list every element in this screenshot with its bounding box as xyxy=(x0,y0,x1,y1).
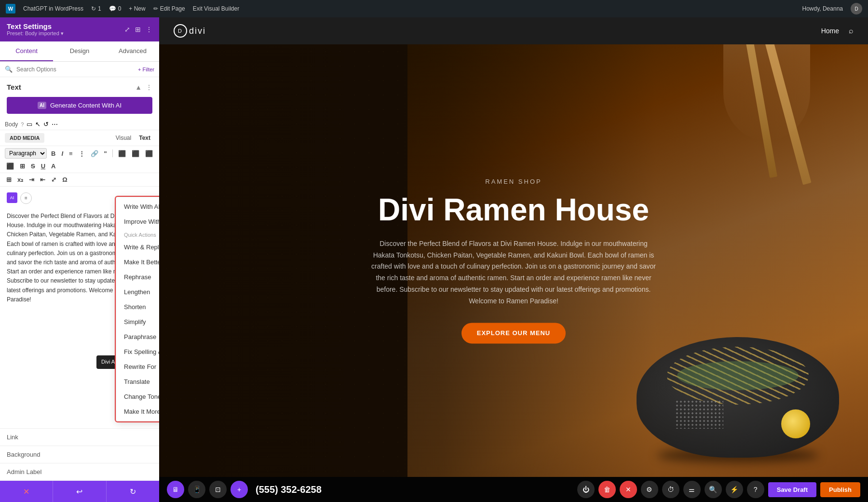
ai-dropdown-menu: Write With AI Improve With AI Quick Acti… xyxy=(116,197,159,421)
blockquote-btn[interactable]: " xyxy=(103,149,108,158)
fullscreen-btn[interactable]: ⤢ xyxy=(50,175,58,184)
help-btn[interactable]: ? xyxy=(747,481,764,498)
nav-home[interactable]: Home xyxy=(821,27,839,35)
mobile-view-btn[interactable]: ⊡ xyxy=(209,481,227,498)
more-options-icon[interactable]: ⋮ xyxy=(146,26,152,33)
refresh-icon[interactable]: ↻ 1 xyxy=(91,5,101,12)
delete-btn[interactable]: 🗑 xyxy=(598,481,616,498)
align-left-btn[interactable]: ⬛ xyxy=(117,149,127,158)
dropdown-simplify[interactable]: Simplify xyxy=(116,314,159,329)
phone-number: (555) 352-6258 xyxy=(256,484,322,495)
sidebar-tabs: Content Design Advanced xyxy=(0,41,159,62)
ol-btn[interactable]: ⋮ xyxy=(77,149,86,158)
dropdown-lengthen[interactable]: Lengthen xyxy=(116,285,159,299)
link-btn[interactable]: 🔗 xyxy=(89,149,100,158)
redo-btn[interactable]: ↻ xyxy=(107,481,159,502)
omega-btn[interactable]: Ω xyxy=(61,175,68,184)
dropdown-change-tone[interactable]: Change Tone › xyxy=(116,389,159,404)
bold-btn[interactable]: B xyxy=(50,149,57,158)
dropdown-quick-actions-header: Quick Actions xyxy=(116,229,159,240)
undo-btn[interactable]: ↩ xyxy=(53,481,106,502)
dropdown-write-with-ai[interactable]: Write With AI xyxy=(116,199,159,214)
cursor-icon[interactable]: ↖ xyxy=(35,121,41,128)
tab-design[interactable]: Design xyxy=(53,41,106,61)
history-btn[interactable]: ⏱ xyxy=(662,481,679,498)
align-right-btn[interactable]: ⬛ xyxy=(144,149,154,158)
power-btn[interactable]: ⏻ xyxy=(577,481,595,498)
settings-btn[interactable]: ⚙ xyxy=(641,481,658,498)
generate-content-btn[interactable]: AI Generate Content With AI xyxy=(7,97,152,114)
search-icon[interactable]: ⌕ xyxy=(849,27,854,35)
tab-advanced[interactable]: Advanced xyxy=(106,41,159,61)
ul-btn[interactable]: ≡ xyxy=(68,149,74,158)
special-chars-btn[interactable]: ⊞ xyxy=(5,175,13,184)
ai-builder-btn[interactable]: ⚡ xyxy=(726,481,743,498)
more-icon[interactable]: ⋯ xyxy=(52,121,58,128)
dropdown-write-replace[interactable]: Write & Replace xyxy=(116,240,159,255)
dropdown-fix-spelling[interactable]: Fix Spelling & Grammar xyxy=(116,344,159,359)
user-avatar[interactable]: D xyxy=(851,3,862,14)
cancel-icon: ✕ xyxy=(23,487,29,496)
outdent-btn[interactable]: ⇤ xyxy=(39,175,47,184)
dropdown-paraphrase[interactable]: Paraphrase xyxy=(116,329,159,344)
columns-icon[interactable]: ⊞ xyxy=(135,26,141,33)
subscript-btn[interactable]: x₂ xyxy=(16,175,25,184)
close-section-btn[interactable]: ✕ xyxy=(620,481,637,498)
search-bar: 🔍 + Filter xyxy=(0,62,159,77)
hero-cta-btn[interactable]: EXPLORE OUR MENU xyxy=(461,323,566,343)
save-draft-btn[interactable]: Save Draft xyxy=(768,482,816,497)
new-post-btn[interactable]: + New xyxy=(129,5,145,12)
divi-nav: Home ⌕ xyxy=(821,27,854,35)
filter-button[interactable]: + Filter xyxy=(138,67,154,72)
ai-icon-btn-2[interactable]: ≡ xyxy=(20,192,32,204)
wp-logo-link[interactable]: W xyxy=(6,4,15,14)
text-section-header: Text ▲ ⋮ xyxy=(0,77,159,95)
paragraph-select[interactable]: Paragraph xyxy=(5,148,47,159)
table-btn[interactable]: ⊞ xyxy=(18,162,27,171)
chatgpt-menu-item[interactable]: ChatGPT in WordPress xyxy=(23,5,83,12)
edit-page-btn[interactable]: ✏ Edit Page xyxy=(153,5,185,12)
align-justify-btn[interactable]: ⬛ xyxy=(5,162,15,171)
exit-visual-builder-btn[interactable]: Exit Visual Builder xyxy=(193,5,240,12)
undo-icon[interactable]: ↺ xyxy=(43,121,49,128)
publish-btn[interactable]: Publish xyxy=(820,482,860,497)
italic-btn[interactable]: I xyxy=(60,149,65,158)
dropdown-make-it-better[interactable]: Make It Better xyxy=(116,255,159,270)
underline-btn[interactable]: U xyxy=(40,162,47,171)
admin-label-section: Admin Label xyxy=(0,463,159,481)
tab-content[interactable]: Content xyxy=(0,41,53,61)
power-icon: ⏻ xyxy=(583,486,589,493)
dropdown-shorten[interactable]: Shorten xyxy=(116,299,159,314)
zoom-btn[interactable]: 🔍 xyxy=(705,481,722,498)
help-icon[interactable]: ? xyxy=(21,122,24,127)
builder-right-btns: ⏻ 🗑 ✕ ⚙ ⏱ ⚌ 🔍 xyxy=(577,481,860,498)
divi-header: D divi Home ⌕ xyxy=(159,17,868,44)
color-btn[interactable]: A xyxy=(50,162,57,171)
tablet-view-btn[interactable]: 📱 xyxy=(188,481,205,498)
text-tab[interactable]: Text xyxy=(135,133,154,143)
add-section-btn[interactable]: + xyxy=(231,481,248,498)
dropdown-improve-with-ai[interactable]: Improve With AI xyxy=(116,214,159,229)
add-media-btn[interactable]: ADD MEDIA xyxy=(5,133,44,143)
section-menu-icon[interactable]: ⋮ xyxy=(146,83,152,91)
text-format-icon[interactable]: ▭ xyxy=(27,121,32,128)
ai-icon-btn-1[interactable]: AI xyxy=(7,192,17,203)
sidebar-preset: Preset: Body imported ▾ xyxy=(7,30,64,37)
strikethrough-btn[interactable]: S xyxy=(29,162,37,171)
desktop-view-btn[interactable]: 🖥 xyxy=(167,481,184,498)
body-toolbar: Body ? ▭ ↖ ↺ ⋯ xyxy=(0,119,159,130)
collapse-icon[interactable]: ▲ xyxy=(135,83,142,91)
layout-btn[interactable]: ⚌ xyxy=(683,481,701,498)
maximize-icon[interactable]: ⤢ xyxy=(124,26,130,33)
align-center-btn[interactable]: ⬛ xyxy=(130,149,141,158)
cancel-btn[interactable]: ✕ xyxy=(0,481,53,502)
undo-icon: ↩ xyxy=(76,487,82,496)
dropdown-translate[interactable]: Translate › xyxy=(116,374,159,389)
visual-tab[interactable]: Visual xyxy=(112,133,135,143)
dropdown-rewrite-for[interactable]: Rewrite For › xyxy=(116,359,159,374)
dropdown-make-it-more[interactable]: Make It More › xyxy=(116,404,159,419)
search-input[interactable] xyxy=(16,66,134,73)
indent-btn[interactable]: ⇥ xyxy=(27,175,36,184)
dropdown-rephrase[interactable]: Rephrase xyxy=(116,270,159,285)
comment-icon[interactable]: 💬 0 xyxy=(109,5,122,12)
